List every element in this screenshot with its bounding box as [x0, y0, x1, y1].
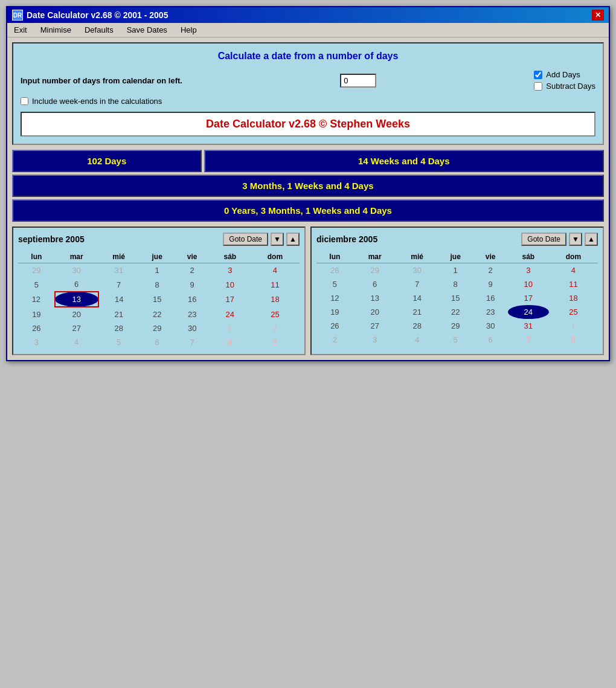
list-item[interactable]: 20	[55, 307, 98, 321]
list-item[interactable]: 22	[140, 307, 175, 321]
list-item[interactable]: 3	[210, 263, 251, 278]
list-item[interactable]: 21	[397, 305, 438, 319]
menu-defaults[interactable]: Defaults	[83, 25, 115, 35]
list-item[interactable]: 31	[508, 319, 549, 333]
list-item[interactable]: 30	[397, 263, 438, 278]
list-item[interactable]: 19	[18, 307, 55, 321]
list-item[interactable]: 4	[397, 333, 438, 347]
list-item[interactable]: 8	[210, 335, 251, 349]
list-item[interactable]: 9	[175, 277, 210, 292]
list-item[interactable]: 25	[549, 305, 598, 319]
list-item[interactable]: 7	[397, 277, 438, 291]
list-item[interactable]: 4	[251, 263, 300, 278]
list-item[interactable]: 5	[316, 277, 353, 291]
list-item[interactable]: 10	[210, 277, 251, 292]
list-item[interactable]: 12	[18, 292, 55, 307]
list-item[interactable]: 2	[175, 263, 210, 278]
list-item[interactable]: 18	[251, 292, 300, 307]
list-item[interactable]: 5	[438, 333, 473, 347]
list-item[interactable]: 8	[549, 333, 598, 347]
list-item[interactable]: 5	[18, 277, 55, 292]
list-item[interactable]: 6	[55, 277, 98, 292]
calendar-left-prev[interactable]: ▼	[271, 233, 284, 246]
list-item[interactable]: 18	[549, 291, 598, 305]
list-item[interactable]: 16	[473, 291, 508, 305]
calendar-right-next[interactable]: ▲	[585, 233, 598, 246]
list-item[interactable]: 3	[508, 263, 549, 278]
list-item[interactable]: 31	[98, 263, 140, 278]
list-item[interactable]: 29	[438, 319, 473, 333]
list-item[interactable]: 2	[316, 333, 353, 347]
list-item[interactable]: 28	[316, 263, 353, 278]
list-item[interactable]: 1	[438, 263, 473, 278]
list-item[interactable]: 10	[508, 277, 549, 291]
list-item[interactable]: 3	[18, 335, 55, 349]
list-item[interactable]: 4	[549, 263, 598, 278]
list-item[interactable]: 6	[353, 277, 397, 291]
list-item[interactable]: 6	[473, 333, 508, 347]
list-item[interactable]: 16	[175, 292, 210, 307]
list-item[interactable]: 26	[18, 321, 55, 335]
list-item[interactable]: 14	[98, 292, 140, 307]
calendar-left-goto[interactable]: Goto Date	[223, 233, 268, 246]
list-item[interactable]: 25	[251, 307, 300, 321]
list-item[interactable]: 27	[55, 321, 98, 335]
weekends-checkbox[interactable]	[21, 97, 28, 105]
list-item[interactable]: 29	[140, 321, 175, 335]
list-item[interactable]: 11	[251, 277, 300, 292]
list-item[interactable]: 24	[508, 305, 549, 319]
list-item[interactable]: 15	[140, 292, 175, 307]
calendar-left-next[interactable]: ▲	[286, 233, 300, 246]
list-item[interactable]: 5	[98, 335, 140, 349]
list-item[interactable]: 14	[397, 291, 438, 305]
list-item[interactable]: 2	[473, 263, 508, 278]
add-days-checkbox[interactable]	[534, 71, 542, 79]
menu-help[interactable]: Help	[179, 25, 199, 35]
list-item[interactable]: 11	[549, 277, 598, 291]
menu-save-dates[interactable]: Save Dates	[125, 25, 169, 35]
menu-minimise[interactable]: Minimise	[39, 25, 73, 35]
list-item[interactable]: 21	[98, 307, 140, 321]
list-item[interactable]: 23	[473, 305, 508, 319]
list-item[interactable]: 28	[397, 319, 438, 333]
subtract-days-checkbox[interactable]	[534, 82, 542, 91]
list-item[interactable]: 29	[18, 263, 55, 278]
list-item[interactable]: 7	[508, 333, 549, 347]
list-item[interactable]: 15	[438, 291, 473, 305]
list-item[interactable]: 7	[98, 277, 140, 292]
list-item[interactable]: 12	[316, 291, 353, 305]
list-item[interactable]: 23	[175, 307, 210, 321]
list-item[interactable]: 17	[508, 291, 549, 305]
list-item[interactable]: 20	[353, 305, 397, 319]
days-input[interactable]	[340, 74, 376, 88]
list-item[interactable]: 17	[210, 292, 251, 307]
list-item[interactable]: 3	[353, 333, 397, 347]
list-item[interactable]: 30	[473, 319, 508, 333]
list-item[interactable]: 9	[251, 335, 300, 349]
calendar-right-goto[interactable]: Goto Date	[521, 233, 566, 246]
list-item[interactable]: 1	[210, 321, 251, 335]
list-item[interactable]: 8	[140, 277, 175, 292]
list-item[interactable]: 29	[353, 263, 397, 278]
list-item[interactable]: 1	[140, 263, 175, 278]
list-item[interactable]: 7	[175, 335, 210, 349]
list-item[interactable]: 1	[549, 319, 598, 333]
list-item[interactable]: 19	[316, 305, 353, 319]
list-item[interactable]: 30	[55, 263, 98, 278]
list-item[interactable]: 8	[438, 277, 473, 291]
list-item[interactable]: 27	[353, 319, 397, 333]
menu-exit[interactable]: Exit	[12, 25, 29, 35]
list-item[interactable]: 30	[175, 321, 210, 335]
list-item[interactable]: 13	[353, 291, 397, 305]
list-item[interactable]: 9	[473, 277, 508, 291]
list-item[interactable]: 4	[55, 335, 98, 349]
list-item[interactable]: 28	[98, 321, 140, 335]
list-item[interactable]: 6	[140, 335, 175, 349]
close-button[interactable]: ✕	[592, 10, 604, 21]
list-item[interactable]: 13	[55, 292, 98, 307]
calendar-right-prev[interactable]: ▼	[569, 233, 582, 246]
list-item[interactable]: 26	[316, 319, 353, 333]
list-item[interactable]: 22	[438, 305, 473, 319]
list-item[interactable]: 2	[251, 321, 300, 335]
list-item[interactable]: 24	[210, 307, 251, 321]
